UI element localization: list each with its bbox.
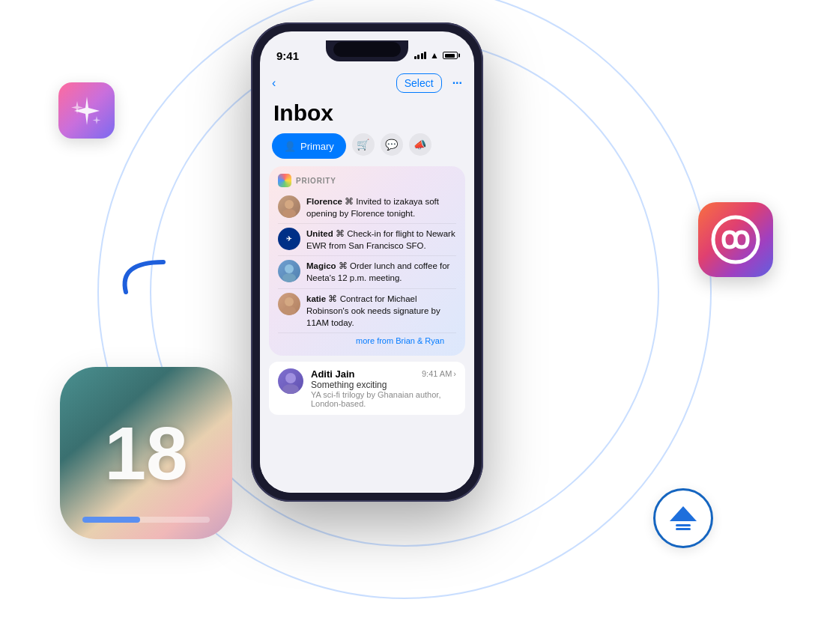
summary-icon-magico: ⌘ <box>339 261 348 270</box>
summary-icon: ⌘ <box>345 197 354 206</box>
priority-item-united[interactable]: ✈ United ⌘ Check-in for flight to Newark… <box>278 224 456 256</box>
sender-united: United <box>306 229 333 238</box>
more-from-text: more from Brian & Ryan <box>356 336 444 345</box>
ios18-progress-fill <box>82 517 140 523</box>
avatar-magico <box>278 260 300 282</box>
nav-actions: Select ··· <box>396 73 462 93</box>
ios18-progress-bar <box>82 517 210 523</box>
priority-header: PRIORITY <box>278 174 456 187</box>
svg-point-2 <box>282 209 296 218</box>
ios18-number: 18 <box>104 416 187 490</box>
upload-button[interactable] <box>653 488 713 548</box>
upload-line-1 <box>676 524 691 526</box>
tab-chat[interactable]: 💬 <box>381 133 403 156</box>
wifi-icon: ▲ <box>430 50 439 61</box>
avatar-florence <box>278 195 300 218</box>
avatar-aditi <box>278 368 303 394</box>
select-button[interactable]: Select <box>396 73 442 93</box>
signal-icon <box>414 52 427 59</box>
tab-promo[interactable]: 📣 <box>409 133 431 156</box>
svg-point-6 <box>282 306 296 315</box>
status-time: 9:41 <box>276 49 299 62</box>
sender-magico: Magico <box>306 261 336 270</box>
battery-icon <box>443 52 458 59</box>
primary-label: Primary <box>300 141 334 152</box>
more-from[interactable]: more from Brian & Ryan <box>278 333 456 348</box>
status-icons: ▲ <box>414 50 458 61</box>
ios18-badge: 18 <box>60 367 232 539</box>
phone-screen: 9:41 ▲ <box>260 31 474 493</box>
back-chevron: ‹ <box>272 76 276 90</box>
upload-line-2 <box>676 528 691 530</box>
summary-icon-katie: ⌘ <box>328 294 337 303</box>
sparkle-app-icon <box>58 82 115 139</box>
phone-notch-pill <box>333 42 401 57</box>
sender-katie: katie <box>306 294 326 303</box>
mail-tabs: 👤 Primary 🛒 💬 📣 <box>260 133 474 166</box>
priority-item-florence[interactable]: Florence ⌘ Invited to izakaya soft openi… <box>278 192 456 224</box>
infinity-app-icon <box>698 202 773 277</box>
svg-point-8 <box>282 384 299 394</box>
sender-aditi: Aditi Jain <box>311 368 355 380</box>
svg-point-5 <box>285 297 294 306</box>
chevron-right-icon: › <box>453 369 456 378</box>
phone-body: 9:41 ▲ <box>251 22 483 502</box>
phone-mockup: 9:41 ▲ <box>251 22 483 502</box>
mail-nav: ‹ Select ··· <box>260 69 474 97</box>
blue-curve-accent <box>111 255 171 300</box>
upload-arrow-icon <box>670 506 697 521</box>
priority-item-katie[interactable]: katie ⌘ Contract for Michael Robinson's … <box>278 289 456 333</box>
preview-aditi: YA sci-fi trilogy by Ghanaian author, Lo… <box>311 390 456 408</box>
inbox-title: Inbox <box>260 97 474 133</box>
back-button[interactable]: ‹ <box>272 76 276 90</box>
priority-label: PRIORITY <box>296 177 336 185</box>
preview-katie: Contract for Michael Robinson's ook need… <box>306 294 440 327</box>
svg-point-3 <box>285 264 294 273</box>
more-button[interactable]: ··· <box>452 76 462 90</box>
svg-point-4 <box>282 273 296 282</box>
priority-text-florence: Florence ⌘ Invited to izakaya soft openi… <box>306 195 456 219</box>
summary-icon-united: ⌘ <box>336 229 345 238</box>
avatar-united: ✈ <box>278 228 300 250</box>
mail-content: ‹ Select ··· Inbox 👤 Primary 🛒 <box>260 69 474 493</box>
svg-point-1 <box>285 200 294 209</box>
subject-aditi: Something exciting <box>311 380 456 390</box>
priority-text-katie: katie ⌘ Contract for Michael Robinson's … <box>306 293 456 329</box>
priority-text-magico: Magico ⌘ Order lunch and coffee for Neet… <box>306 260 456 284</box>
avatar-katie <box>278 293 300 315</box>
svg-point-7 <box>285 373 296 383</box>
primary-icon: 👤 <box>284 141 296 152</box>
priority-card: PRIORITY Florence ⌘ <box>269 166 465 356</box>
priority-item-magico[interactable]: Magico ⌘ Order lunch and coffee for Neet… <box>278 256 456 288</box>
email-item-aditi[interactable]: Aditi Jain 9:41 AM › Something exciting … <box>269 362 465 415</box>
tab-primary[interactable]: 👤 Primary <box>272 133 346 159</box>
time-aditi: 9:41 AM › <box>422 369 456 378</box>
priority-text-united: United ⌘ Check-in for flight to Newark E… <box>306 228 456 252</box>
tab-shopping[interactable]: 🛒 <box>352 133 375 156</box>
priority-rainbow-icon <box>278 174 291 187</box>
email-header-aditi: Aditi Jain 9:41 AM › <box>311 368 456 380</box>
sender-florence: Florence <box>306 197 342 206</box>
email-meta-aditi: Aditi Jain 9:41 AM › Something exciting … <box>311 368 456 408</box>
